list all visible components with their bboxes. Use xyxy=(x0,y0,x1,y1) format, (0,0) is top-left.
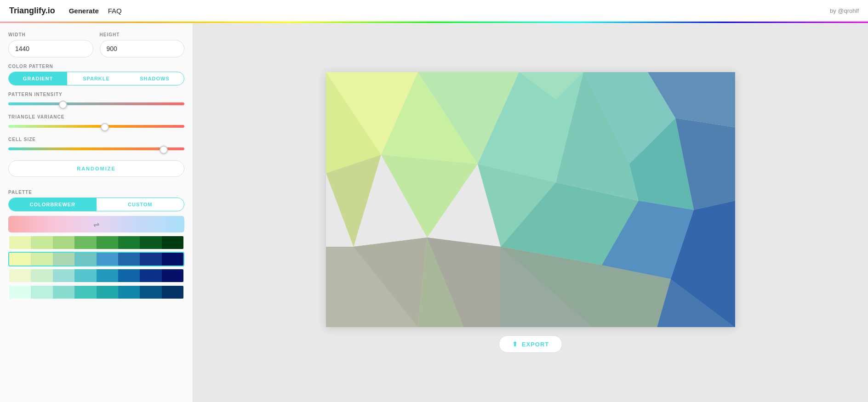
triangle-variance-label: TRIANGLE VARIANCE xyxy=(8,114,184,119)
triangle-canvas xyxy=(326,72,735,327)
triangle-variance-slider[interactable] xyxy=(8,126,184,129)
color-pattern-tabs: GRADIENT SPARKLE SHADOWS xyxy=(8,72,184,85)
triangle-variance-wrap xyxy=(8,122,184,130)
tab-sparkle[interactable]: SPARKLE xyxy=(67,72,126,85)
shuffle-row[interactable]: ⇌ xyxy=(8,216,184,232)
brand-logo: Trianglify.io xyxy=(9,6,55,16)
pattern-intensity-slider[interactable] xyxy=(8,103,184,106)
attribution: by @qrohlf xyxy=(830,7,859,14)
palette-tabs: COLORBREWER CUSTOM xyxy=(8,198,184,211)
svg-marker-5 xyxy=(381,155,478,238)
width-label: WIDTH xyxy=(8,32,93,37)
height-group: HEIGHT xyxy=(100,32,185,57)
sidebar: WIDTH HEIGHT COLOR PATTERN GRADIENT SPAR… xyxy=(0,23,193,402)
triangle-svg xyxy=(326,72,735,327)
export-button[interactable]: ⬆ EXPORT xyxy=(499,335,562,353)
nav-generate[interactable]: Generate xyxy=(69,5,99,17)
export-icon: ⬆ xyxy=(512,340,518,348)
width-input[interactable] xyxy=(8,40,93,57)
height-label: HEIGHT xyxy=(100,32,185,37)
cell-size-wrap xyxy=(8,145,184,153)
shuffle-icon: ⇌ xyxy=(93,220,99,229)
cell-size-label: CELL SIZE xyxy=(8,137,184,142)
pattern-intensity-wrap xyxy=(8,100,184,108)
tab-shadows[interactable]: SHADOWS xyxy=(126,72,184,85)
nav-faq[interactable]: FAQ xyxy=(108,5,122,17)
dimensions-row: WIDTH HEIGHT xyxy=(8,32,184,57)
pattern-intensity-label: PATTERN INTENSITY xyxy=(8,92,184,97)
height-input[interactable] xyxy=(100,40,185,57)
palette-label: PALETTE xyxy=(8,190,184,195)
palette-row-1[interactable] xyxy=(8,235,184,250)
color-pattern-label: COLOR PATTERN xyxy=(8,64,184,69)
palette-row-3[interactable] xyxy=(8,268,184,283)
cell-size-slider[interactable] xyxy=(8,148,184,151)
content-area: ⬆ EXPORT xyxy=(193,23,868,402)
width-group: WIDTH xyxy=(8,32,93,57)
tab-custom[interactable]: CUSTOM xyxy=(97,198,184,211)
tab-gradient[interactable]: GRADIENT xyxy=(9,72,67,85)
main-layout: WIDTH HEIGHT COLOR PATTERN GRADIENT SPAR… xyxy=(0,23,868,402)
tab-colorbrewer[interactable]: COLORBREWER xyxy=(9,198,97,211)
navbar: Trianglify.io Generate FAQ by @qrohlf xyxy=(0,0,868,23)
palette-row-2[interactable] xyxy=(8,252,184,266)
export-label: EXPORT xyxy=(522,341,549,348)
randomize-button[interactable]: RANDOMIZE xyxy=(8,160,184,177)
palette-row-4[interactable] xyxy=(8,285,184,300)
